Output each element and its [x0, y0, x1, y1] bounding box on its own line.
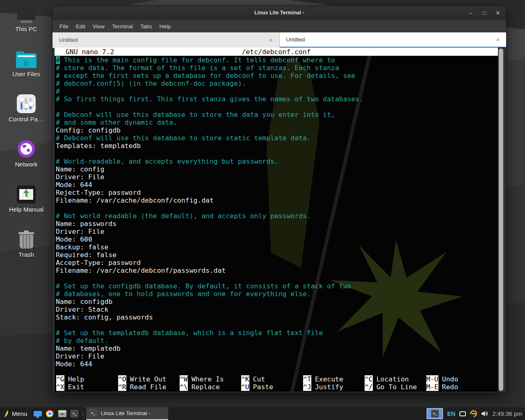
taskbar-separator: ⁞	[81, 411, 85, 417]
system-tray: >_ EN 2:49:36 pm	[427, 407, 525, 420]
scrollbar-track[interactable]	[498, 48, 504, 392]
menu-terminal[interactable]: Terminal	[108, 23, 137, 30]
minimize-button[interactable]: –	[468, 10, 474, 16]
desktop-icon-label: Trash	[18, 251, 34, 258]
chrome-icon	[46, 410, 54, 418]
file-manager-launcher[interactable]	[56, 407, 68, 420]
shortcut-group: ^TExecute^JJustify	[303, 375, 343, 391]
terminal-launcher[interactable]: >_	[68, 407, 81, 420]
shortcut-label: Location	[377, 375, 409, 383]
desktop-icon	[34, 411, 42, 416]
terminal-line: # Not world readable (the default), and …	[56, 212, 498, 220]
nano-titlebar: /etc/debconf.conf GNU nano 7.2	[55, 48, 498, 56]
taskbar: Menu >_ ⁞ >_ Linux Lite Terminal - >_ EN…	[0, 407, 525, 420]
shortcut-key: ^W	[180, 375, 188, 383]
tab-label: Untitled	[286, 37, 305, 43]
updates-icon[interactable]	[469, 409, 479, 419]
maximize-button[interactable]: □	[481, 10, 488, 16]
terminal-line: Driver: Stack	[56, 306, 498, 313]
shortcut-key: ^/	[365, 383, 373, 391]
tab-untitled-2[interactable]: Untitled ×	[280, 32, 507, 48]
shortcut-label: Write Out	[130, 375, 167, 383]
home-folder-icon: ⌂	[16, 45, 37, 68]
window-titlebar[interactable]: Linux Lite Terminal - – □ ✕	[52, 6, 506, 20]
terminal-line: # and some other dynamic data.	[56, 119, 498, 126]
desktop-icon-column: This PC ⌂ User Files Control Pa… Network	[0, 0, 52, 271]
show-desktop-button[interactable]	[32, 407, 44, 420]
shortcut-key: ^G	[56, 375, 64, 383]
terminal-line: Name: configdb	[56, 298, 498, 306]
terminal-line: #	[56, 87, 498, 95]
desktop-icon-label: Network	[15, 161, 37, 168]
desktop-icon-label: This PC	[15, 25, 37, 32]
terminal-line: Config: configdb	[56, 126, 498, 134]
terminal-line: Stack: config, passwords	[56, 313, 498, 321]
volume-icon[interactable]	[481, 411, 488, 417]
desktop-icon-trash[interactable]: Trash	[2, 226, 51, 271]
terminal-line: # store data. The format of this file is…	[56, 64, 498, 72]
keyboard-layout-indicator[interactable]: EN	[447, 411, 455, 417]
menu-view[interactable]: View	[89, 23, 108, 30]
desktop-icon-network[interactable]: Network	[2, 135, 51, 180]
task-button-terminal[interactable]: >_ Linux Lite Terminal -	[86, 407, 168, 420]
close-button[interactable]: ✕	[495, 10, 501, 16]
nano-version: GNU nano 7.2	[66, 48, 114, 56]
manual-map-icon	[17, 180, 36, 203]
shortcut-label: Replace	[192, 383, 220, 391]
shortcut-group: M-UUndoM-ERedo	[426, 375, 458, 391]
terminal-icon: >_	[71, 410, 78, 418]
terminal-line	[56, 204, 498, 212]
terminal-line: # databases, one to hold passwords and o…	[56, 290, 498, 298]
shortcut-key: ^K	[241, 375, 249, 383]
menu-edit[interactable]: Edit	[72, 23, 89, 30]
shortcut-label: Help	[68, 375, 84, 383]
shortcut-group: ^CLocation^/Go To Line	[365, 375, 417, 391]
terminal-line	[56, 150, 498, 158]
globe-icon	[17, 135, 36, 158]
desktop-icon-help-manual[interactable]: Help Manual	[2, 180, 51, 226]
desktop-icon-user-files[interactable]: ⌂ User Files	[2, 45, 51, 90]
nano-filename: /etc/debconf.conf	[55, 48, 498, 56]
menu-file[interactable]: File	[56, 23, 72, 30]
terminal-line	[56, 103, 498, 111]
tab-close-icon[interactable]: ×	[269, 37, 273, 43]
terminal-line: Name: config	[56, 165, 498, 173]
shortcut-key: ^U	[241, 383, 249, 391]
desktop-icon-label: User Files	[12, 71, 40, 78]
terminal-line: # Set up the templatedb database, which …	[56, 329, 498, 337]
chrome-launcher[interactable]	[44, 407, 56, 420]
tab-untitled-1[interactable]: Untitled ×	[52, 32, 280, 48]
shortcut-label: Where Is	[192, 375, 224, 383]
shortcut-key: ^R	[118, 383, 126, 391]
terminal-pane: /etc/debconf.conf GNU nano 7.2 # This is…	[55, 48, 504, 392]
clock: 2:49:36 pm	[492, 411, 522, 417]
shortcut-label: Execute	[315, 375, 343, 383]
window-title: Linux Lite Terminal -	[254, 10, 304, 16]
task-button-label: Linux Lite Terminal -	[101, 410, 151, 416]
tray-terminal-button[interactable]: >_	[427, 408, 443, 419]
terminal-screen[interactable]: /etc/debconf.conf GNU nano 7.2 # This is…	[55, 48, 498, 392]
terminal-line: # This is the main config file for debco…	[56, 56, 498, 64]
terminal-line: # Set up the configdb database. By defau…	[56, 282, 498, 290]
tab-close-icon[interactable]: ×	[496, 36, 500, 43]
desktop-icon-label: Help Manual	[9, 206, 43, 213]
shortcut-key: M-E	[426, 383, 438, 391]
desktop-icon-control-panel[interactable]: Control Pa…	[2, 90, 51, 135]
terminal-line: Driver: File	[56, 228, 498, 235]
shortcut-group: ^KCut^UPaste	[241, 375, 273, 391]
menu-help[interactable]: Help	[156, 23, 175, 30]
display-settings-icon[interactable]	[459, 411, 466, 416]
shortcut-key: M-U	[426, 375, 438, 383]
shortcut-label: Exit	[68, 383, 84, 391]
terminal-line: # World-readable, and accepts everything…	[56, 158, 498, 165]
shortcut-group: ^GHelp^XExit	[56, 375, 84, 391]
desktop-icon-this-pc[interactable]: This PC	[2, 0, 51, 45]
terminal-line: Filename: /var/cache/debconf/passwords.d…	[56, 267, 498, 274]
terminal-line: # Debconf will use this database to stor…	[56, 134, 498, 142]
shortcut-label: Justify	[315, 383, 343, 391]
scrollbar-thumb[interactable]	[499, 48, 503, 391]
start-menu-button[interactable]: Menu	[0, 407, 32, 420]
shortcut-key: ^\	[180, 383, 188, 391]
sliders-icon	[17, 90, 36, 113]
menu-tabs[interactable]: Tabs	[137, 23, 156, 30]
